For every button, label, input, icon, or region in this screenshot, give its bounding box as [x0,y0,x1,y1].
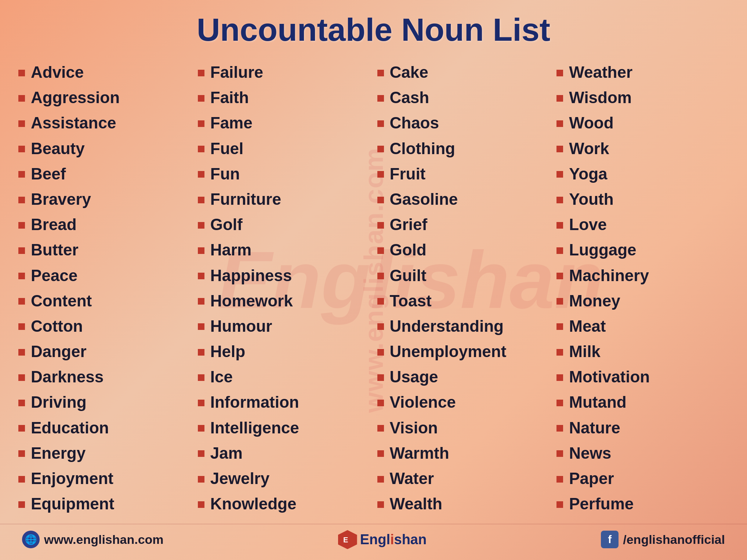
noun-label: Money [569,290,620,311]
noun-label: Energy [31,443,86,463]
bullet-icon [198,146,204,152]
noun-item: Fame [198,110,370,135]
brand-name: Englishan [360,532,427,548]
bullet-icon [18,323,25,330]
bullet-icon [198,171,204,178]
noun-item: Peace [18,263,191,288]
noun-label: Mutand [569,392,626,412]
noun-item: Warmth [377,440,550,466]
brand-suffix: shan [394,532,427,547]
noun-label: Machinery [569,265,649,286]
bullet-icon [198,476,204,483]
noun-label: Youth [569,189,613,210]
noun-label: Failure [210,62,263,83]
bullet-icon [556,323,563,330]
bullet-icon [198,349,204,356]
bullet-icon [18,222,25,229]
bullet-icon [556,120,563,127]
bullet-icon [377,323,384,330]
noun-label: Nature [569,417,620,438]
bullet-icon [556,222,563,229]
noun-label: Warmth [390,443,449,463]
noun-label: Equipment [31,493,114,514]
noun-label: Chaos [390,112,439,133]
bullet-icon [18,247,25,254]
noun-item: Water [377,466,550,491]
noun-label: Fuel [210,138,243,159]
noun-item: Love [556,212,729,237]
noun-label: Faith [210,87,249,108]
noun-label: Danger [31,341,87,362]
bullet-icon [556,400,563,406]
noun-item: Happiness [198,263,370,288]
noun-item: Advice [18,59,191,85]
noun-label: Love [569,214,607,235]
bullet-icon [377,374,384,381]
noun-item: Cash [377,85,550,110]
noun-item: Meat [556,313,729,339]
bullet-icon [556,247,563,254]
brand-i: i [390,532,394,547]
noun-label: Wood [569,112,613,133]
noun-item: Aggression [18,85,191,110]
noun-item: Perfume [556,491,729,516]
noun-item: Fun [198,161,370,186]
noun-item: Guilt [377,263,550,288]
noun-label: Assistance [31,112,116,133]
bullet-icon [556,501,563,508]
bullet-icon [556,374,563,381]
noun-label: Water [390,468,434,489]
noun-item: Bread [18,212,191,237]
noun-item: Ice [198,364,370,389]
noun-item: Assistance [18,110,191,135]
noun-label: Understanding [390,316,504,337]
noun-label: Aggression [31,87,120,108]
bullet-icon [556,476,563,483]
noun-label: Guilt [390,265,427,286]
column-3: CakeCashChaosClothingFruitGasolineGriefG… [374,59,553,516]
noun-item: Content [18,288,191,313]
noun-label: Beef [31,163,66,184]
noun-item: Toast [377,288,550,313]
noun-label: Darkness [31,366,104,387]
bullet-icon [377,425,384,432]
noun-item: Chaos [377,110,550,135]
noun-item: Knowledge [198,491,370,516]
noun-label: Grief [390,214,428,235]
noun-label: Enjoyment [31,468,113,489]
noun-label: Fun [210,163,240,184]
bullet-icon [18,501,25,508]
noun-item: Cotton [18,313,191,339]
footer-website: 🌐 www.englishan.com [22,531,164,548]
bullet-icon [377,70,384,76]
noun-label: Cash [390,87,429,108]
noun-label: Gasoline [390,189,458,210]
noun-label: Fruit [390,163,426,184]
bullet-icon [556,273,563,279]
column-2: FailureFaithFameFuelFunFurnitureGolfHarm… [194,59,374,516]
footer-social-handle: /englishanofficial [623,532,725,547]
noun-item: Unemployment [377,339,550,364]
noun-label: Clothing [390,138,455,159]
noun-item: Wisdom [556,85,729,110]
noun-label: Intelligence [210,417,299,438]
noun-item: Milk [556,339,729,364]
noun-label: Ice [210,366,233,387]
noun-item: Understanding [377,313,550,339]
bullet-icon [18,425,25,432]
noun-item: Luggage [556,237,729,262]
noun-label: Unemployment [390,341,507,362]
noun-label: Help [210,341,245,362]
bullet-icon [18,374,25,381]
noun-label: Motivation [569,366,650,387]
noun-item: Enjoyment [18,466,191,491]
noun-item: Fuel [198,136,370,161]
globe-icon: 🌐 [22,531,40,548]
noun-item: Weather [556,59,729,85]
noun-item: Information [198,389,370,415]
bullet-icon [18,349,25,356]
bullet-icon [556,298,563,305]
bullet-icon [18,450,25,457]
bullet-icon [377,171,384,178]
facebook-icon: f [601,531,619,548]
